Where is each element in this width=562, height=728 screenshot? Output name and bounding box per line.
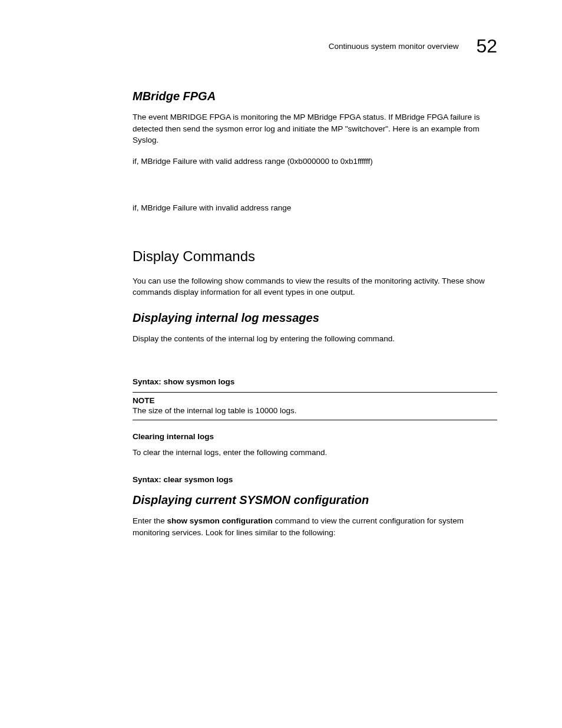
header-title: Continuous system monitor overview [329,42,459,51]
section-displaying-sysmon-config: Displaying current SYSMON configuration … [133,493,497,538]
text-prefix: Enter the [133,516,167,525]
section-display-commands: Display Commands You can use the followi… [133,248,497,298]
main-heading: Display Commands [133,248,497,265]
page-header: Continuous system monitor overview 52 [133,35,497,57]
section-heading: MBridge FPGA [133,90,497,103]
note-text: The size of the internal log table is 10… [133,406,296,415]
body-paragraph: The event MBRIDGE FPGA is monitoring the… [133,111,497,146]
section-heading: Displaying internal log messages [133,311,497,325]
body-paragraph: Display the contents of the internal log… [133,333,497,345]
section-heading: Displaying current SYSMON configuration [133,493,497,507]
note-label: NOTE [133,396,497,405]
note-block: NOTE The size of the internal log table … [133,392,497,421]
sub-heading: Clearing internal logs [133,432,497,441]
body-paragraph: if, MBridge Failure with invalid address… [133,202,497,214]
body-paragraph: To clear the internal logs, enter the fo… [133,447,497,459]
section-mbridge-fpga: MBridge FPGA The event MBRIDGE FPGA is m… [133,90,497,214]
section-displaying-internal-logs: Displaying internal log messages Display… [133,311,497,484]
page-number: 52 [476,35,497,57]
syntax-line: Syntax: show sysmon logs [133,377,497,386]
body-paragraph: if, MBridge Failure with valid address r… [133,156,497,167]
body-paragraph: You can use the following show commands … [133,275,497,298]
syntax-line: Syntax: clear sysmon logs [133,475,497,484]
command-name: show sysmon configuration [167,516,273,525]
body-paragraph: Enter the show sysmon configuration comm… [133,515,497,538]
